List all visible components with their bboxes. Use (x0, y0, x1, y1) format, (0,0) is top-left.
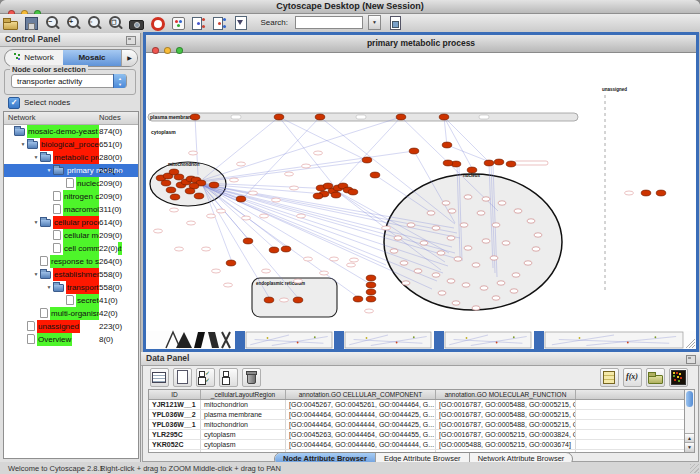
network-node[interactable] (370, 172, 380, 178)
table-row[interactable]: YJR121W__1mitochondrion[GO:0045267, GO:0… (149, 400, 687, 410)
network-node[interactable] (460, 223, 468, 227)
network-node[interactable] (236, 196, 246, 202)
float-panel-icon[interactable] (126, 36, 136, 45)
network-node[interactable] (462, 283, 470, 287)
network-node[interactable] (454, 257, 462, 261)
float-panel-icon[interactable] (686, 355, 696, 364)
new-doc-icon[interactable] (173, 368, 192, 387)
network-node[interactable] (166, 187, 176, 193)
network-node[interactable] (362, 157, 372, 163)
network-edge[interactable] (204, 185, 372, 285)
network-node[interactable] (170, 194, 180, 200)
window-titlebar[interactable]: Cytoscape Desktop (New Session) (0, 0, 700, 14)
tree-row-nucleobase-[interactable]: nucleobase-209(0) (4, 177, 138, 190)
select-all-icon[interactable] (196, 368, 215, 387)
network-node[interactable] (315, 114, 325, 120)
network-node[interactable] (185, 188, 195, 194)
open-icon[interactable] (2, 15, 19, 32)
delete-icon[interactable] (242, 368, 261, 387)
node-color-dropdown[interactable]: transporter activity ▲▼ (11, 74, 127, 88)
notepad-icon[interactable] (600, 368, 619, 387)
scroll-down-icon[interactable]: ▼ (685, 442, 694, 452)
formula-icon[interactable]: f(x) (623, 368, 642, 387)
network-node[interactable] (502, 241, 510, 245)
tab-overflow-button[interactable]: ▶ (121, 50, 137, 66)
network-node[interactable] (472, 263, 480, 267)
network-node[interactable] (498, 201, 506, 205)
network-node[interactable] (477, 211, 485, 215)
network-node[interactable] (420, 241, 428, 245)
network-edge[interactable] (201, 161, 368, 182)
network-edge[interactable] (203, 186, 386, 265)
network-node[interactable] (226, 260, 236, 266)
network-node[interactable] (366, 296, 376, 302)
search-config-icon[interactable] (387, 15, 404, 32)
network-node[interactable] (390, 249, 398, 253)
network-node[interactable] (447, 279, 455, 283)
network-node[interactable] (464, 195, 472, 199)
network-node[interactable] (514, 209, 522, 213)
layout-b-icon[interactable] (212, 15, 229, 32)
close-button-icon[interactable] (152, 47, 159, 54)
attribute-table[interactable]: ID_cellularLayoutRegionannotation.GO CEL… (148, 389, 688, 453)
network-window-titlebar[interactable]: primary metabolic process (146, 35, 696, 53)
tree-row-cell-communicat[interactable]: cell communicat22(0) (4, 242, 138, 255)
search-input[interactable] (295, 16, 363, 29)
network-node[interactable] (414, 269, 422, 273)
select-nodes-checkbox[interactable]: ✓ (8, 97, 20, 109)
network-edge[interactable] (279, 117, 368, 161)
network-tree-header[interactable]: Network Nodes (4, 112, 138, 125)
tree-row-cellular-process[interactable]: ▼cellular process614(0) (4, 216, 138, 229)
tree-expand-icon[interactable]: ▼ (32, 216, 40, 229)
tree-expand-icon[interactable]: ▼ (19, 138, 27, 151)
network-node[interactable] (402, 281, 410, 285)
network-node[interactable] (641, 190, 651, 196)
layout-a-icon[interactable] (191, 15, 208, 32)
network-node[interactable] (396, 114, 406, 120)
unselect-all-icon[interactable] (219, 368, 238, 387)
network-node[interactable] (443, 160, 453, 166)
column-header[interactable] (576, 390, 687, 399)
network-node[interactable] (331, 192, 341, 198)
tree-row-metabolic-process[interactable]: ▼metabolic process280(0) (4, 151, 138, 164)
network-node[interactable] (452, 301, 460, 305)
network-node[interactable] (490, 256, 498, 260)
network-node[interactable] (492, 296, 500, 300)
tree-row-nitrogen-compo[interactable]: nitrogen compo209(0) (4, 190, 138, 203)
filter-icon[interactable] (233, 15, 250, 32)
network-edge[interactable] (203, 117, 401, 180)
network-node[interactable] (524, 261, 532, 265)
network-node[interactable] (492, 223, 500, 227)
network-node[interactable] (394, 236, 402, 240)
network-node[interactable] (464, 246, 472, 250)
network-view-window[interactable]: primary metabolic process plasma membran… (143, 32, 699, 352)
table-row[interactable]: YLR295Ccytoplasm[GO:0045263, GO:0044464,… (149, 430, 687, 440)
tree-expand-icon[interactable]: ▼ (45, 164, 53, 177)
zoom-fit-icon[interactable]: ◻ (107, 15, 124, 32)
network-node[interactable] (366, 289, 376, 295)
network-node[interactable] (274, 114, 284, 120)
network-node[interactable] (484, 160, 494, 166)
column-header[interactable]: ID (149, 390, 201, 399)
network-node[interactable] (437, 251, 445, 255)
network-node[interactable] (534, 233, 542, 237)
network-canvas[interactable]: plasma membranecytoplasmmitochondrionnuc… (146, 53, 696, 349)
table-header-row[interactable]: ID_cellularLayoutRegionannotation.GO CEL… (149, 390, 687, 400)
snapshot-icon[interactable] (128, 15, 145, 32)
network-edge[interactable] (203, 117, 279, 179)
network-node[interactable] (209, 182, 219, 188)
dropdown-stepper-icon[interactable]: ▲▼ (113, 74, 126, 88)
tree-row-cellular-metabol[interactable]: cellular metabol209(0) (4, 229, 138, 242)
tree-row-overview[interactable]: Overview8(0) (4, 333, 138, 346)
network-node[interactable] (447, 236, 455, 240)
minimize-button-icon[interactable] (164, 47, 171, 54)
tab-mosaic[interactable]: Mosaic (63, 50, 121, 66)
network-node[interactable] (293, 297, 303, 303)
tree-row-secretion[interactable]: secretion41(0) (4, 294, 138, 307)
network-node[interactable] (407, 223, 415, 227)
network-node[interactable] (366, 275, 376, 281)
network-node[interactable] (161, 180, 171, 186)
network-edge[interactable] (202, 185, 270, 299)
tree-row-establishment-of-lo[interactable]: ▼establishment of lo558(0) (4, 268, 138, 281)
tree-row-primary-metabo[interactable]: ▼primary metabo209(... (4, 164, 138, 177)
